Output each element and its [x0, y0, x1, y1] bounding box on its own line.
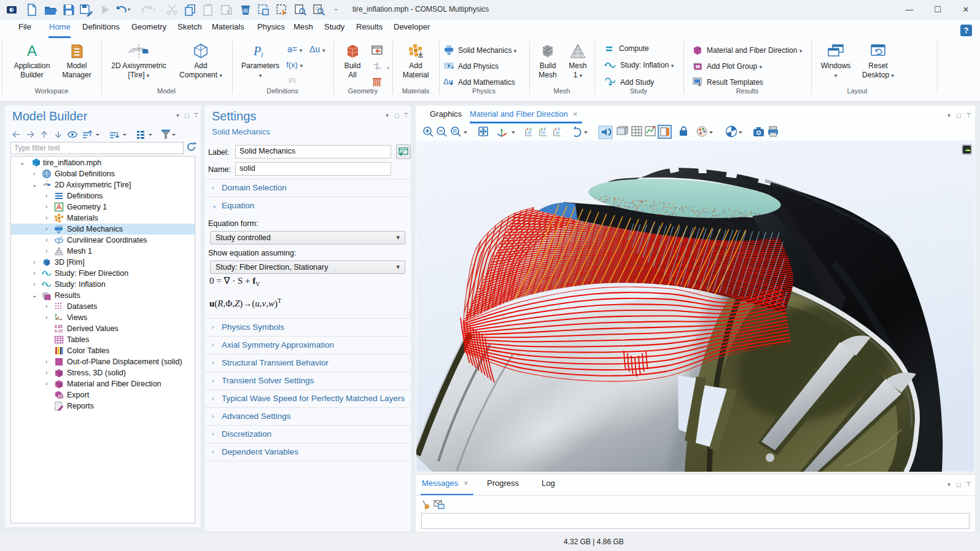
svg-text:P: P [253, 44, 261, 58]
svg-text:y: y [540, 126, 543, 131]
svg-text:z: z [543, 126, 546, 131]
svg-text:z: z [558, 126, 560, 131]
svg-text:A: A [27, 43, 37, 59]
svg-text:i: i [261, 50, 263, 59]
svg-text:101: 101 [58, 394, 64, 398]
svg-text:e-12: e-12 [55, 329, 63, 333]
svg-text:y: y [529, 126, 532, 131]
svg-text:x: x [526, 126, 529, 131]
svg-text:8.85: 8.85 [55, 324, 63, 329]
svg-text:x: x [554, 126, 557, 131]
